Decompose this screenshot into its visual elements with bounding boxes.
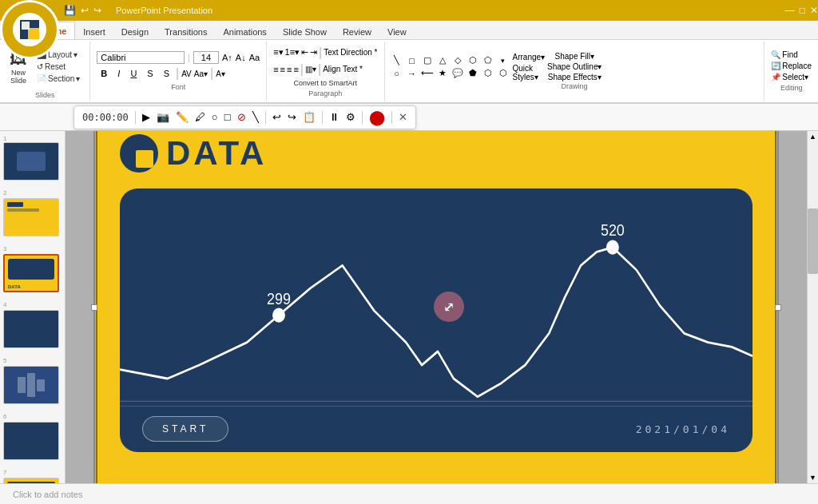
underline-btn[interactable]: U: [126, 67, 141, 80]
rec-pause-btn[interactable]: ⏸: [329, 111, 340, 123]
shape-ellipse-btn[interactable]: ○: [390, 67, 404, 79]
align-left-btn[interactable]: ≡: [273, 65, 278, 74]
bold-btn[interactable]: B: [97, 67, 111, 80]
font-name-input[interactable]: [97, 51, 185, 64]
shape-custom1-btn[interactable]: ⬟: [466, 67, 480, 79]
bullets-btn[interactable]: ≡▾: [273, 47, 283, 58]
rec-play-btn[interactable]: ▶: [142, 111, 150, 123]
arrange-btn[interactable]: Arrange▾: [513, 53, 546, 62]
rec-camera-btn[interactable]: 📷: [157, 111, 169, 123]
quick-styles-btn[interactable]: QuickStyles▾: [513, 64, 546, 81]
rec-close-btn[interactable]: ✕: [399, 111, 407, 123]
char-spacing-btn[interactable]: AV: [181, 69, 192, 78]
ribbon-paragraph-section: ≡▾ 1≡▾ ⇤ ⇥ | Text Direction * ≡ ≡ ≡ ≡ | …: [267, 42, 384, 101]
font-color-btn[interactable]: A▾: [216, 69, 225, 78]
shape-callout-btn[interactable]: 💬: [451, 67, 465, 79]
italic-btn[interactable]: I: [113, 67, 124, 80]
rec-settings-btn[interactable]: ⚙: [346, 111, 355, 123]
section-btn[interactable]: 📄 Section ▾: [34, 73, 83, 84]
align-center-btn[interactable]: ≡: [280, 65, 285, 74]
shape-more-btn[interactable]: ▾: [496, 54, 510, 66]
tab-design[interactable]: Design: [113, 25, 157, 39]
slide-thumb-3[interactable]: 3 DATA: [3, 240, 59, 292]
rec-line-btn[interactable]: ╲: [252, 111, 259, 123]
shape-connector-btn[interactable]: ⟵: [420, 67, 435, 79]
rec-eraser-btn[interactable]: ○: [212, 111, 218, 123]
restore-btn[interactable]: □: [800, 5, 805, 16]
date-display: 2021/01/04: [636, 423, 730, 435]
tab-insert[interactable]: Insert: [75, 25, 113, 39]
notes-placeholder: Click to add notes: [13, 490, 82, 499]
rec-redo-btn[interactable]: ↪: [288, 111, 296, 123]
justify-btn[interactable]: ≡: [293, 65, 298, 74]
shape-custom2-btn[interactable]: ⬡: [481, 67, 495, 79]
shape-rect-btn[interactable]: □: [405, 54, 419, 66]
increase-indent-btn[interactable]: ⇥: [310, 47, 317, 58]
font-size-input[interactable]: [193, 51, 219, 64]
shape-rounded-rect-btn[interactable]: ▢: [420, 54, 435, 66]
right-scrollbar[interactable]: ▲ ▼: [807, 131, 818, 483]
shape-star-btn[interactable]: ★: [435, 67, 450, 79]
office-logo[interactable]: [0, 0, 59, 59]
rec-record-btn[interactable]: ⬤: [369, 109, 385, 126]
notes-bar[interactable]: Click to add notes: [0, 483, 818, 504]
slide-thumb-7[interactable]: 7: [3, 463, 59, 483]
shape-effects-btn[interactable]: Shape Effects▾: [547, 73, 602, 81]
font-size-decrease-btn[interactable]: A↓: [236, 53, 246, 62]
shape-diamond-btn[interactable]: ◇: [451, 54, 465, 66]
slide-thumb-4[interactable]: 4: [3, 296, 59, 348]
shape-fill-btn[interactable]: Shape Fill▾: [547, 52, 602, 61]
columns-btn[interactable]: ▥▾: [305, 65, 316, 73]
slide-thumb-2[interactable]: 2: [3, 184, 59, 236]
font-size-increase-btn[interactable]: A↑: [222, 53, 232, 62]
rec-copy-btn[interactable]: 📋: [303, 111, 316, 123]
reset-btn[interactable]: ↺ Reset: [34, 62, 83, 72]
slide-container[interactable]: DATA 299: [96, 131, 776, 483]
tab-view[interactable]: View: [379, 25, 415, 39]
shape-outline-btn[interactable]: Shape Outline▾: [547, 62, 602, 71]
decrease-indent-btn[interactable]: ⇤: [301, 47, 308, 58]
clear-format-btn[interactable]: Aa: [249, 53, 260, 62]
slide-thumb-1[interactable]: 1: [3, 136, 59, 181]
tab-slideshow[interactable]: Slide Show: [275, 25, 335, 39]
shape-cylinder-btn[interactable]: ⬡: [466, 54, 480, 66]
slide-thumb-5[interactable]: 5: [3, 351, 59, 404]
font-section-label: Font: [97, 83, 260, 91]
rec-highlight-btn[interactable]: 🖊: [195, 111, 205, 123]
align-right-btn[interactable]: ≡: [287, 65, 292, 74]
scroll-up-btn[interactable]: ▲: [808, 131, 818, 142]
shape-line-btn[interactable]: ╲: [390, 54, 404, 66]
align-text-btn[interactable]: Align Text *: [323, 65, 363, 73]
drawing-section-label: Drawing: [390, 82, 760, 90]
shape-custom3-btn[interactable]: ⬡: [496, 67, 510, 79]
replace-btn[interactable]: 🔄 Replace: [771, 62, 812, 70]
shape-pentagon-btn[interactable]: ⬠: [481, 54, 495, 66]
convert-smartart-btn[interactable]: Convert to SmartArt: [273, 79, 377, 87]
shape-triangle-btn[interactable]: △: [435, 54, 450, 66]
select-btn[interactable]: 📌 Select▾: [771, 73, 812, 81]
save-quick-btn[interactable]: 💾: [64, 5, 76, 16]
tab-transitions[interactable]: Transitions: [157, 25, 215, 39]
paragraph-section-label: Paragraph: [273, 89, 377, 97]
scroll-down-btn[interactable]: ▼: [808, 472, 818, 483]
strikethrough-btn[interactable]: S: [143, 67, 157, 80]
redo-quick-btn[interactable]: ↪: [93, 5, 101, 16]
find-btn[interactable]: 🔍 Find: [771, 50, 812, 59]
rec-rect-btn[interactable]: □: [224, 111, 231, 123]
rec-pen-btn[interactable]: ✏️: [176, 111, 189, 123]
undo-quick-btn[interactable]: ↩: [81, 5, 89, 16]
tab-review[interactable]: Review: [335, 25, 379, 39]
text-direction-btn[interactable]: Text Direction *: [324, 48, 377, 57]
change-case-btn[interactable]: Aa▾: [194, 69, 208, 78]
quick-access-bar: 💾 ↩ ↪ PowerPoint Presentation — □ ✕: [0, 0, 818, 21]
shape-arrow-btn[interactable]: →: [405, 67, 419, 79]
tab-animations[interactable]: Animations: [215, 25, 274, 39]
rec-laser-btn[interactable]: ⊘: [237, 111, 246, 123]
close-btn[interactable]: ✕: [810, 5, 818, 16]
slide-thumb-6[interactable]: 6: [3, 407, 59, 460]
numbering-btn[interactable]: 1≡▾: [285, 47, 300, 58]
rec-undo-btn[interactable]: ↩: [272, 111, 281, 123]
minimize-btn[interactable]: —: [785, 5, 795, 16]
start-button[interactable]: START: [142, 416, 228, 442]
shadow-btn[interactable]: S: [160, 67, 173, 80]
